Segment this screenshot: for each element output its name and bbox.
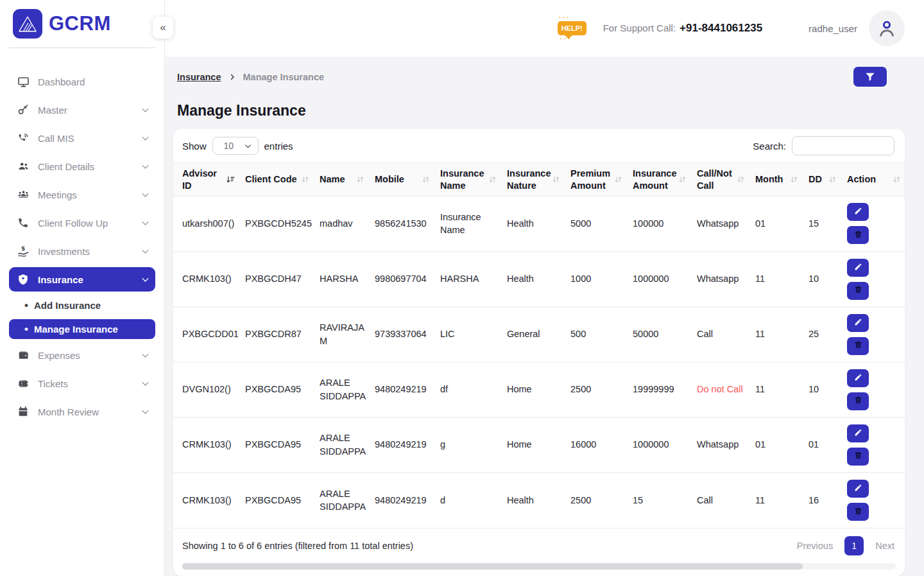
sidebar-item-label: Master: [38, 105, 132, 116]
sidebar-item-label: Investments: [38, 246, 132, 257]
column-header-insurance-name[interactable]: Insurance Name: [434, 163, 501, 196]
delete-button[interactable]: [847, 282, 869, 300]
pagination-next[interactable]: Next: [875, 541, 894, 551]
cell-call-not-call: Call: [690, 307, 749, 362]
cell-advisor-id: utkarsh007(): [173, 196, 239, 252]
scrollbar-thumb[interactable]: [182, 563, 803, 570]
sidebar-item-client-follow-up[interactable]: Client Follow Up: [9, 209, 155, 237]
edit-button[interactable]: [847, 259, 869, 277]
page-size-select[interactable]: 10: [212, 137, 259, 155]
sidebar-item-tickets[interactable]: Tickets: [9, 369, 155, 397]
sidebar-item-dashboard[interactable]: Dashboard: [9, 67, 155, 96]
cell-insurance-nature: Health: [501, 473, 564, 528]
column-header-month[interactable]: Month: [749, 163, 802, 196]
column-header-insurance-nature[interactable]: Insurance Nature: [501, 163, 564, 196]
sidebar-item-month-review[interactable]: Month Review: [9, 397, 155, 426]
cell-insurance-nature: Home: [501, 362, 564, 417]
column-header-mobile[interactable]: Mobile: [368, 163, 434, 196]
sidebar-item-master[interactable]: Master: [9, 96, 155, 124]
cell-action: [841, 362, 905, 417]
page-size-value: 10: [224, 141, 234, 151]
sort-descending-icon: [226, 175, 235, 184]
delete-button[interactable]: [847, 392, 869, 410]
crm-triangle-logo-icon: [13, 9, 42, 39]
chevron-down-icon: [141, 162, 150, 171]
main-area: ··· HELP! ··· For Support Call: +91-8441…: [164, 0, 924, 576]
sidebar-item-label: Call MIS: [38, 133, 132, 144]
sidebar-item-client-details[interactable]: Client Details: [9, 152, 155, 180]
horizontal-scrollbar[interactable]: [182, 563, 896, 570]
pagination-page-1[interactable]: 1: [844, 536, 864, 555]
sidebar-item-label: Client Follow Up: [38, 218, 132, 229]
sidebar-subitem-add-insurance[interactable]: •Add Insurance: [9, 295, 155, 315]
sort-both-icon: [488, 175, 497, 184]
brand-name: GCRM: [49, 12, 111, 35]
sort-both-icon: [422, 175, 430, 184]
filter-button[interactable]: [853, 67, 887, 87]
sidebar-item-investments[interactable]: $Investments: [9, 237, 155, 265]
pencil-icon: [854, 428, 862, 439]
cell-dd: 10: [802, 252, 841, 307]
column-header-action[interactable]: Action: [841, 163, 905, 196]
breadcrumb-link-insurance[interactable]: Insurance: [177, 72, 221, 82]
table-row: PXBGCDD01()PXBGCDR87RAVIRAJA M9739337064…: [173, 307, 905, 362]
cell-insurance-amount: 1000000: [626, 252, 690, 307]
chevron-down-icon: [141, 134, 150, 143]
pagination-previous[interactable]: Previous: [797, 541, 833, 551]
brand[interactable]: GCRM: [0, 0, 164, 46]
sidebar-item-meetings[interactable]: Meetings: [9, 180, 155, 209]
phone-volume-icon: [17, 132, 30, 144]
cell-name: HARSHA: [313, 252, 368, 307]
search-input[interactable]: [792, 136, 894, 155]
column-header-call-not-call[interactable]: Call/Not Call: [690, 163, 749, 196]
column-header-premium-amount[interactable]: Premium Amount: [564, 163, 626, 196]
table-header-row: Advisor IDClient CodeNameMobileInsurance…: [173, 163, 905, 196]
sidebar-item-expenses[interactable]: Expenses: [9, 341, 155, 369]
column-header-insurance-amount[interactable]: Insurance Amount: [626, 163, 690, 196]
calendar-icon: [17, 406, 30, 417]
user-avatar[interactable]: [869, 10, 905, 46]
trash-icon: [854, 285, 862, 296]
column-header-dd[interactable]: DD: [802, 163, 841, 196]
sidebar-subitem-manage-insurance[interactable]: •Manage Insurance: [9, 319, 155, 339]
cell-client-code: PXBGCDA95: [239, 417, 313, 473]
sidebar-item-label: Insurance: [38, 274, 132, 285]
entries-summary: Showing 1 to 6 of 6 entries (filtered fr…: [182, 541, 413, 551]
column-header-name[interactable]: Name: [313, 163, 368, 196]
cell-dd: 15: [802, 196, 841, 252]
cell-action: [841, 196, 905, 252]
sidebar-item-call-mis[interactable]: Call MIS: [9, 124, 155, 152]
cell-insurance-nature: Health: [501, 252, 564, 307]
delete-button[interactable]: [847, 337, 869, 355]
delete-button[interactable]: [847, 503, 869, 521]
cell-call-not-call: Whatsapp: [690, 252, 749, 307]
trash-icon: [854, 451, 862, 462]
delete-button[interactable]: [847, 448, 869, 466]
sort-both-icon: [552, 175, 560, 184]
edit-button[interactable]: [847, 480, 869, 498]
cell-advisor-id: PXBGCDD01(): [173, 307, 239, 362]
column-header-client-code[interactable]: Client Code: [239, 163, 313, 196]
hand-dollar-icon: $: [17, 245, 30, 257]
table-footer: Showing 1 to 6 of 6 entries (filtered fr…: [173, 528, 905, 561]
pencil-icon: [854, 263, 862, 273]
edit-button[interactable]: [847, 314, 869, 332]
key-icon: [17, 104, 30, 116]
sidebar-item-insurance[interactable]: Insurance: [9, 267, 155, 292]
cell-premium-amount: 2500: [564, 473, 626, 528]
sidebar-item-label: Dashboard: [38, 76, 150, 87]
edit-button[interactable]: [847, 424, 869, 442]
delete-button[interactable]: [847, 226, 869, 244]
support-label: For Support Call:: [603, 22, 676, 33]
cell-action: [841, 473, 905, 528]
cell-month: 11: [749, 307, 802, 362]
sidebar-item-label: Expenses: [38, 350, 132, 361]
sidebar-collapse-button[interactable]: «: [153, 17, 173, 39]
table-row: DVGN102()PXBGCDA95ARALE SIDDAPPA94802492…: [173, 362, 905, 417]
help-badge[interactable]: ··· HELP! ···: [558, 21, 586, 35]
edit-button[interactable]: [847, 369, 869, 387]
column-header-advisor-id[interactable]: Advisor ID: [173, 163, 239, 196]
topbar: ··· HELP! ··· For Support Call: +91-8441…: [164, 0, 924, 57]
edit-button[interactable]: [847, 203, 869, 221]
cell-name: madhav: [313, 196, 368, 252]
